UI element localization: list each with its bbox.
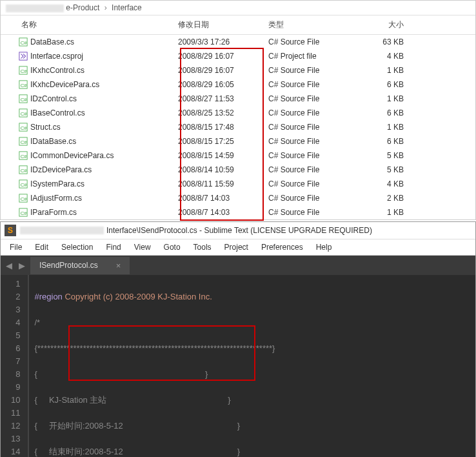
breadcrumb[interactable]: e-Product › Interface (1, 1, 475, 15)
file-date: 2008/8/29 16:07 (178, 50, 268, 62)
csharp-file-icon: C# (19, 151, 28, 160)
file-row[interactable]: C#IAdjustForm.cs2008/8/7 14:03C# Source … (1, 191, 475, 205)
file-explorer-window: e-Product › Interface 名称 修改日期 类型 大小 C#Da… (0, 0, 476, 220)
file-date: 2008/8/7 14:03 (178, 192, 268, 204)
menu-file[interactable]: File (3, 241, 28, 254)
file-name: IDzDevicePara.cs (30, 164, 92, 176)
column-header-name[interactable]: 名称 (7, 19, 178, 30)
file-date: 2008/8/29 16:07 (178, 65, 268, 76)
file-name: IKxhcControl.cs (30, 65, 84, 76)
file-name: IDzControl.cs (30, 93, 77, 105)
csharp-file-icon: C# (19, 108, 28, 117)
file-row[interactable]: C#DataBase.cs2009/3/3 17:26C# Source Fil… (1, 35, 475, 49)
file-size: 63 KB (352, 36, 404, 48)
file-type: C# Source File (268, 136, 352, 147)
file-row[interactable]: C#IDzDevicePara.cs2008/8/14 10:59C# Sour… (1, 163, 475, 177)
file-row[interactable]: C#ICommonDevicePara.cs2008/8/15 14:59C# … (1, 148, 475, 163)
svg-text:C#: C# (21, 125, 28, 131)
svg-text:C#: C# (21, 182, 28, 188)
file-row[interactable]: C#IDataBase.cs2008/8/15 17:25C# Source F… (1, 134, 475, 148)
svg-text:C#: C# (21, 154, 28, 159)
tab-back-icon[interactable]: ◀ (3, 259, 15, 272)
file-size: 1 KB (352, 93, 404, 105)
file-list: C#DataBase.cs2009/3/3 17:26C# Source Fil… (1, 35, 475, 219)
file-row[interactable]: Interface.csproj2008/8/29 16:07C# Projec… (1, 49, 475, 63)
svg-text:C#: C# (21, 40, 28, 46)
menu-tools[interactable]: Tools (187, 241, 218, 254)
file-size: 4 KB (352, 178, 404, 190)
file-size: 1 KB (352, 65, 404, 76)
breadcrumb-part1: e-Product (66, 3, 99, 12)
svg-text:C#: C# (21, 168, 28, 174)
file-row[interactable]: C#Struct.cs2008/8/15 17:48C# Source File… (1, 120, 475, 134)
tab-close-icon[interactable]: × (116, 261, 121, 270)
code-content[interactable]: #region Copyright (c) 2008-2009 KJ-Stati… (29, 275, 475, 457)
breadcrumb-part2[interactable]: Interface (112, 3, 142, 12)
editor-tab[interactable]: ISendProtocol.cs × (30, 257, 130, 274)
menubar: FileEditSelectionFindViewGotoToolsProjec… (1, 239, 475, 256)
file-size: 6 KB (352, 107, 404, 119)
menu-preferences[interactable]: Preferences (255, 241, 310, 254)
file-row[interactable]: C#IParaForm.cs2008/8/7 14:03C# Source Fi… (1, 205, 475, 219)
file-date: 2008/8/14 10:59 (178, 164, 268, 176)
file-size: 2 KB (352, 192, 404, 204)
csharp-file-icon: C# (19, 179, 28, 188)
file-date: 2008/8/11 15:59 (178, 178, 268, 190)
column-header-size[interactable]: 大小 (352, 19, 404, 30)
file-date: 2008/8/15 17:25 (178, 136, 268, 147)
csharp-file-icon: C# (19, 194, 28, 203)
svg-text:C#: C# (21, 139, 28, 145)
sublime-window: S Interface\ISendProtocol.cs - Sublime T… (0, 221, 476, 457)
svg-text:C#: C# (21, 111, 28, 117)
file-date: 2009/3/3 17:26 (178, 36, 268, 48)
sublime-app-icon: S (5, 225, 16, 236)
file-type: C# Source File (268, 79, 352, 90)
menu-goto[interactable]: Goto (157, 241, 187, 254)
menu-project[interactable]: Project (218, 241, 255, 254)
file-name: IBaseControl.cs (30, 107, 85, 119)
file-type: C# Source File (268, 65, 352, 76)
code-editor[interactable]: 123456789101112131415 #region Copyright … (1, 275, 475, 457)
file-name: DataBase.cs (30, 36, 74, 48)
svg-text:C#: C# (21, 68, 28, 74)
line-number-gutter: 123456789101112131415 (1, 275, 29, 457)
file-row[interactable]: C#ISystemPara.cs2008/8/11 15:59C# Source… (1, 177, 475, 191)
file-type: C# Source File (268, 164, 352, 176)
file-row[interactable]: C#IBaseControl.cs2008/8/25 13:52C# Sourc… (1, 106, 475, 120)
file-name: IDataBase.cs (30, 136, 76, 147)
file-row[interactable]: C#IDzControl.cs2008/8/27 11:53C# Source … (1, 92, 475, 106)
csharp-file-icon: C# (19, 208, 28, 217)
tab-nav-arrows: ◀ ▶ (1, 259, 30, 272)
csharp-file-icon: C# (19, 123, 28, 132)
csharp-file-icon: C# (19, 80, 28, 89)
csharp-file-icon: C# (19, 94, 28, 103)
sublime-title-text: Interface\ISendProtocol.cs - Sublime Tex… (106, 226, 372, 235)
file-date: 2008/8/15 17:48 (178, 121, 268, 133)
file-type: C# Source File (268, 36, 352, 48)
svg-text:C#: C# (21, 210, 28, 216)
file-name: IParaForm.cs (30, 207, 77, 218)
file-list-header: 名称 修改日期 类型 大小 (1, 15, 475, 35)
file-size: 6 KB (352, 136, 404, 147)
menu-edit[interactable]: Edit (28, 241, 55, 254)
titlebar-blur (20, 227, 104, 234)
csharp-file-icon: C# (19, 66, 28, 75)
file-size: 1 KB (352, 121, 404, 133)
file-name: Struct.cs (30, 121, 61, 133)
file-type: C# Source File (268, 121, 352, 133)
csharp-file-icon: C# (19, 165, 28, 174)
menu-view[interactable]: View (128, 241, 157, 254)
menu-selection[interactable]: Selection (55, 241, 99, 254)
svg-text:C#: C# (21, 97, 28, 103)
file-row[interactable]: C#IKxhcDevicePara.cs2008/8/29 16:05C# So… (1, 77, 475, 92)
column-header-type[interactable]: 类型 (268, 19, 352, 30)
file-size: 5 KB (352, 150, 404, 161)
file-row[interactable]: C#IKxhcControl.cs2008/8/29 16:07C# Sourc… (1, 63, 475, 77)
sublime-titlebar[interactable]: S Interface\ISendProtocol.cs - Sublime T… (1, 222, 475, 239)
menu-help[interactable]: Help (310, 241, 339, 254)
file-date: 2008/8/29 16:05 (178, 79, 268, 90)
column-header-date[interactable]: 修改日期 (178, 19, 268, 30)
menu-find[interactable]: Find (99, 241, 127, 254)
tab-forward-icon[interactable]: ▶ (16, 259, 28, 272)
svg-text:C#: C# (21, 196, 28, 202)
